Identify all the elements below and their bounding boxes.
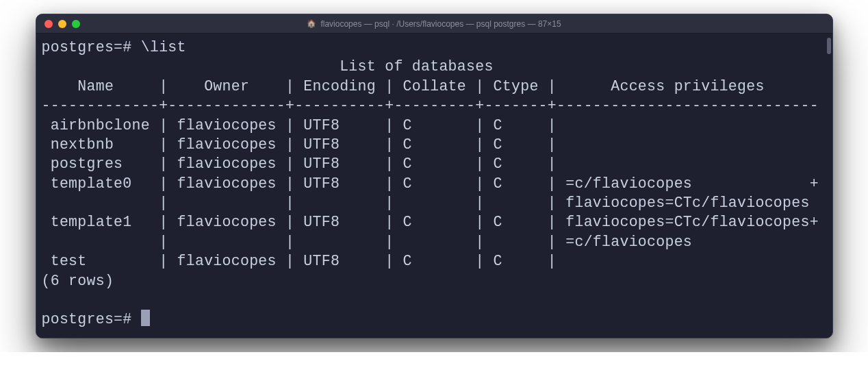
window-titlebar[interactable]: 🏠 flaviocopes — psql ∙ /Users/flaviocope… <box>36 14 832 34</box>
minimize-button[interactable] <box>58 20 66 28</box>
row-count: (6 rows) <box>42 273 114 289</box>
table-row: test | flaviocopes | UTF8 | C | C | <box>42 253 566 269</box>
table-row: postgres | flaviocopes | UTF8 | C | C | <box>42 156 566 172</box>
prompt-line-1: postgres=# \list <box>42 39 186 55</box>
terminal-body[interactable]: postgres=# \list List of databases Name … <box>36 34 832 338</box>
table-row: nextbnb | flaviocopes | UTF8 | C | C | <box>42 136 566 153</box>
window-title: 🏠 flaviocopes — psql ∙ /Users/flaviocope… <box>307 19 561 29</box>
table-separator: -------------+-------------+----------+-… <box>42 97 819 114</box>
table-row: airbnbclone | flaviocopes | UTF8 | C | C… <box>42 117 566 134</box>
prompt-line-2: postgres=# <box>42 311 150 327</box>
table-row: | | | | | flaviocopes=CTc/flaviocopes <box>42 195 810 211</box>
window-title-text: flaviocopes — psql ∙ /Users/flaviocopes … <box>320 19 561 29</box>
scrollbar[interactable] <box>827 38 831 54</box>
maximize-button[interactable] <box>72 20 80 28</box>
home-icon: 🏠 <box>307 19 316 28</box>
table-row: | | | | | =c/flaviocopes <box>42 234 693 250</box>
table-row: template0 | flaviocopes | UTF8 | C | C |… <box>42 175 819 192</box>
terminal-window: 🏠 flaviocopes — psql ∙ /Users/flaviocope… <box>36 14 833 338</box>
close-button[interactable] <box>44 20 53 28</box>
table-header: Name | Owner | Encoding | Collate | Ctyp… <box>42 78 819 95</box>
terminal-content: postgres=# \list List of databases Name … <box>42 38 827 330</box>
table-row: template1 | flaviocopes | UTF8 | C | C |… <box>42 214 819 230</box>
traffic-lights <box>44 20 80 28</box>
output-heading: List of databases <box>42 58 494 75</box>
cursor <box>141 310 150 326</box>
